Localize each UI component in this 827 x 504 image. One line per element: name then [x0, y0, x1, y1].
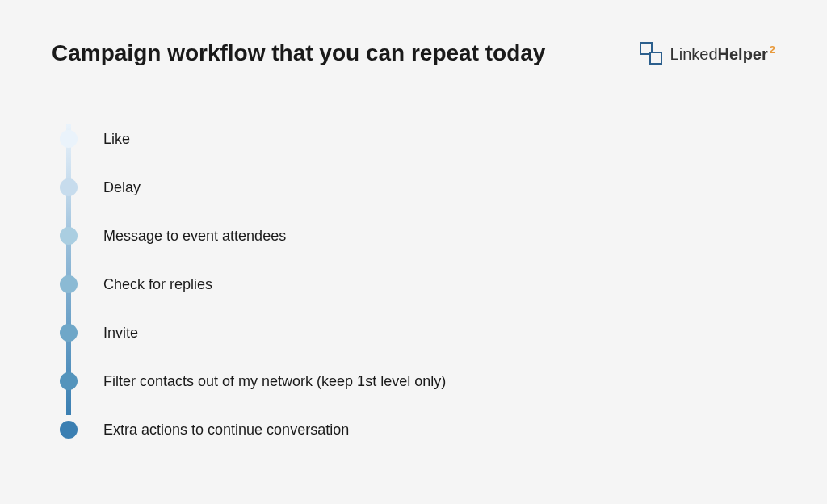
step-label: Check for replies	[103, 276, 212, 293]
step-dot-icon	[60, 178, 78, 196]
logo-version: 2	[770, 44, 775, 56]
logo-icon	[640, 42, 662, 65]
workflow-step: Delay	[58, 163, 827, 212]
step-dot-icon	[60, 372, 78, 390]
brand-logo: LinkedHelper2	[640, 42, 775, 65]
step-label: Like	[103, 131, 130, 148]
header: Campaign workflow that you can repeat to…	[0, 0, 827, 66]
workflow-step: Like	[58, 115, 827, 163]
workflow-step: Check for replies	[58, 260, 827, 309]
step-dot-icon	[60, 421, 78, 439]
logo-text: LinkedHelper2	[670, 44, 775, 64]
step-dot-icon	[60, 227, 78, 245]
workflow-step: Invite	[58, 309, 827, 357]
step-dot-icon	[60, 130, 78, 148]
step-label: Invite	[103, 325, 138, 342]
workflow-step: Filter contacts out of my network (keep …	[58, 357, 827, 405]
logo-text-part2: Helper	[718, 44, 768, 62]
workflow-diagram: Like Delay Message to event attendees Ch…	[58, 115, 827, 454]
step-label: Message to event attendees	[103, 228, 286, 245]
step-dot-icon	[60, 324, 78, 342]
step-label: Filter contacts out of my network (keep …	[103, 373, 446, 390]
step-label: Extra actions to continue conversation	[103, 422, 349, 439]
page-title: Campaign workflow that you can repeat to…	[52, 40, 545, 66]
step-dot-icon	[60, 275, 78, 293]
workflow-step: Extra actions to continue conversation	[58, 405, 827, 454]
step-label: Delay	[103, 179, 141, 196]
workflow-step: Message to event attendees	[58, 212, 827, 260]
logo-text-part1: Linked	[670, 44, 718, 62]
